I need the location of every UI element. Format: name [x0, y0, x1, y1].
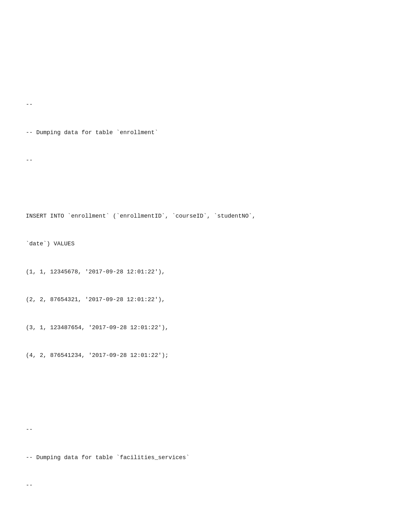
enrollment-insert-line2: `date`) VALUES [26, 239, 385, 249]
enrollment-sep2: -- [26, 156, 385, 165]
enrollment-row4: (4, 2, 876541234, '2017-09-28 12:01:22')… [26, 351, 385, 360]
sql-code-block: -- -- Dumping data for table `enrollment… [26, 26, 385, 532]
top-spacer [26, 54, 385, 63]
enrollment-spacer2 [26, 379, 385, 388]
enrollment-row2: (2, 2, 87654321, '2017-09-28 12:01:22'), [26, 295, 385, 304]
facilities-sep2: -- [26, 481, 385, 490]
enrollment-insert-line1: INSERT INTO `enrollment` (`enrollmentID`… [26, 212, 385, 221]
facilities-sep1: -- [26, 425, 385, 434]
enrollment-row3: (3, 1, 123487654, '2017-09-28 12:01:22')… [26, 323, 385, 332]
enrollment-spacer1 [26, 184, 385, 193]
facilities-comment: -- Dumping data for table `facilities_se… [26, 453, 385, 462]
enrollment-row1: (1, 1, 12345678, '2017-09-28 12:01:22'), [26, 267, 385, 277]
enrollment-sep1: -- [26, 100, 385, 109]
facilities-spacer1 [26, 508, 385, 518]
enrollment-comment: -- Dumping data for table `enrollment` [26, 128, 385, 137]
